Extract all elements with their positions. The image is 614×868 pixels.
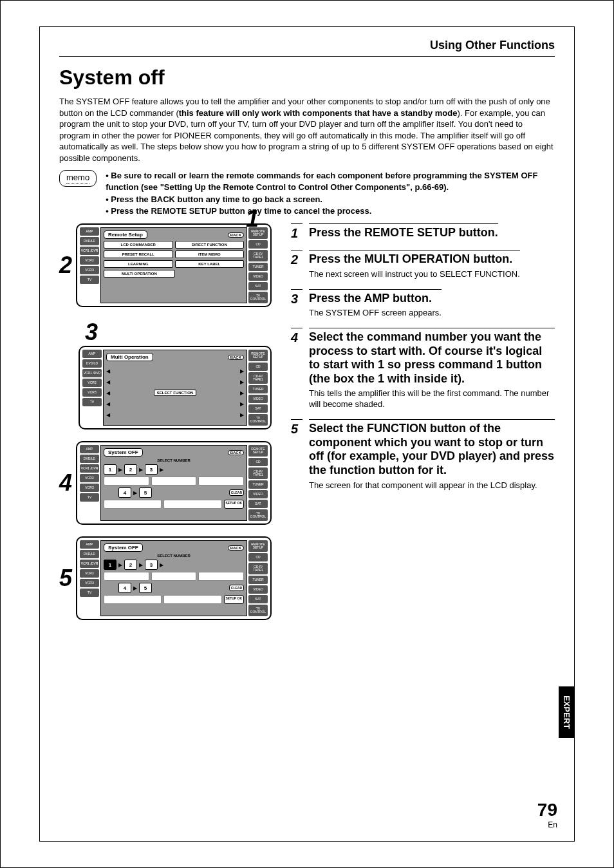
side-button[interactable]: TV [80,493,99,502]
number-1-button-selected[interactable]: 1 [104,560,116,570]
side-button[interactable]: DVD/LD [80,237,99,245]
side-button[interactable]: TV [80,276,99,284]
side-button[interactable]: SAT [248,282,268,290]
step-heading: Select the command number you want the p… [309,328,555,386]
side-button[interactable]: SAT [248,500,268,508]
multi-operation-button[interactable]: MULTI OPERATION [104,270,175,278]
right-arrow-icon[interactable]: ▶ [240,401,244,407]
side-button[interactable]: DVD/LD [80,455,99,463]
side-button[interactable]: CD-R/ TAPE1 [248,250,268,261]
clear-button[interactable]: CLEAR [229,489,244,496]
number-5-button[interactable]: 5 [139,583,152,593]
memo-list: Be sure to recall or learn the remote co… [106,170,555,217]
side-button[interactable]: VCR1 /DVR [80,464,99,473]
page-number-value: 79 [537,800,557,820]
side-button[interactable]: REMOTE SETUP [248,540,268,552]
number-3-button[interactable]: 3 [145,464,158,475]
side-button[interactable]: TV [82,398,102,406]
side-button[interactable]: AMP [80,445,99,453]
side-button[interactable]: VCR3 [80,266,99,274]
side-button[interactable]: TUNER [248,263,268,271]
side-button[interactable]: CD [248,363,268,371]
number-2-button[interactable]: 2 [124,464,137,475]
side-button[interactable]: VCR3 [82,388,102,397]
number-3-button[interactable]: 3 [145,560,158,570]
side-button[interactable]: VCR3 [80,579,99,587]
setup-ok-button[interactable]: SETUP OK [224,595,244,604]
number-4-button[interactable]: 4 [118,487,131,498]
left-arrow-icon[interactable]: ◀ [106,379,110,385]
side-button[interactable]: CD [248,458,268,466]
clear-button[interactable]: CLEAR [229,585,244,591]
right-arrow-icon[interactable]: ▶ [240,379,244,385]
right-arrow-icon: ▶ [139,562,143,568]
direct-function-button[interactable]: DIRECT FUNCTION [175,241,244,249]
side-button[interactable]: VCR2 [80,256,99,265]
callout-2: 2 [59,252,72,279]
side-button[interactable]: VCR2 [80,474,99,482]
side-button[interactable]: TV CONTROL [248,292,268,303]
side-button[interactable]: TV CONTROL [248,605,268,616]
side-button[interactable]: AMP [80,227,99,236]
left-arrow-icon[interactable]: ◀ [106,401,110,407]
screen-title: System OFF [104,448,143,457]
side-button[interactable]: VCR2 [82,379,102,387]
back-button[interactable]: BACK [228,232,244,238]
side-button[interactable]: VIDEO [248,585,268,594]
side-button[interactable]: TUNER [248,385,268,393]
side-button[interactable]: CD-R/ TAPE1 [248,467,268,479]
side-button[interactable]: REMOTE SETUP [248,350,268,361]
side-button[interactable]: VIDEO [248,490,268,498]
back-button[interactable]: BACK [228,355,244,360]
right-arrow-icon: ▶ [139,467,143,473]
side-button[interactable]: CD-R/ TAPE1 [248,563,268,574]
preset-recall-button[interactable]: PRESET RECALL [104,250,172,258]
side-button[interactable]: SAT [248,404,268,413]
side-button[interactable]: VIDEO [248,395,268,403]
number-5-button[interactable]: 5 [139,487,152,498]
step-number: 2 [291,250,302,279]
right-arrow-icon[interactable]: ▶ [240,412,244,418]
learning-button[interactable]: LEARNING [104,260,172,268]
side-button[interactable]: TV CONTROL [248,509,268,521]
side-button[interactable]: CD-R/ TAPE1 [248,372,268,384]
callout-3: 3 [85,319,272,346]
number-2-button[interactable]: 2 [124,560,137,570]
item-memo-button[interactable]: ITEM MEMO [175,250,244,258]
key-label-button[interactable]: KEY LABEL [175,260,244,268]
side-button[interactable]: DVD/LD [82,359,102,368]
back-button[interactable]: BACK [228,450,244,455]
side-button[interactable]: TV [80,589,99,597]
side-button[interactable]: TV CONTROL [248,414,268,426]
callout-5: 5 [59,565,72,592]
side-button[interactable]: CD [248,553,268,561]
number-1-button[interactable]: 1 [104,464,116,475]
number-4-button[interactable]: 4 [118,583,131,593]
right-arrow-icon[interactable]: ▶ [240,390,244,396]
side-button[interactable]: VCR1 /DVR [82,369,102,377]
right-arrow-icon[interactable]: ▶ [240,368,244,374]
side-button[interactable]: TUNER [248,576,268,584]
side-button[interactable]: REMOTE SETUP [248,445,268,457]
left-arrow-icon[interactable]: ◀ [106,412,110,418]
setup-ok-button[interactable]: SETUP OK [224,500,244,509]
side-button[interactable]: VIDEO [248,272,268,281]
select-number-label: SELECT NUMBER [104,458,244,462]
page-title: System off [59,66,555,90]
side-button[interactable]: VCR3 [80,484,99,492]
lcd-commander-button[interactable]: LCD COMMANDER [104,241,172,249]
left-arrow-icon[interactable]: ◀ [106,390,110,396]
side-button[interactable]: SAT [248,595,268,603]
side-button[interactable]: AMP [80,540,99,549]
step-heading: Select the FUNCTION button of the compon… [309,419,555,477]
side-button[interactable]: VCR2 [80,569,99,578]
side-button[interactable]: AMP [82,350,102,358]
back-button[interactable]: BACK [228,545,244,551]
side-button[interactable]: DVD/LD [80,550,99,558]
side-button[interactable]: CD [248,240,268,249]
side-button[interactable]: TUNER [248,480,268,489]
side-button[interactable]: VCR1 /DVR [80,247,99,255]
side-button[interactable]: VCR1 /DVR [80,560,99,568]
page-number: 79 En [537,800,557,829]
left-arrow-icon[interactable]: ◀ [106,368,110,374]
